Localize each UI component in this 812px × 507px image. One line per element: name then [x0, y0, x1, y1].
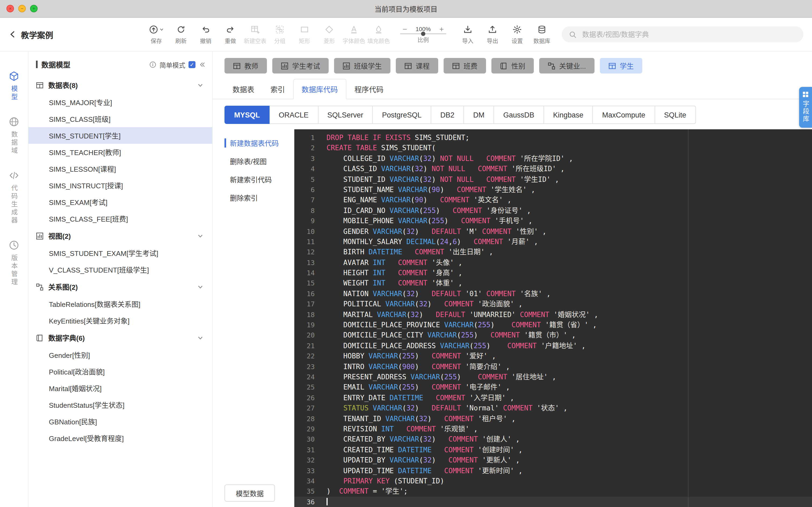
- tree-item[interactable]: Marital[婚姻状况]: [29, 380, 212, 396]
- tool-export[interactable]: 导出: [480, 24, 505, 44]
- dialect-tab-postgresql[interactable]: PostgreSQL: [373, 106, 431, 124]
- code-nav-item[interactable]: 新建索引代码: [224, 171, 294, 188]
- model-data-button[interactable]: 模型数据: [224, 485, 275, 502]
- editor-code[interactable]: DROP TABLE IF EXISTS SIMS_STUDENT;CREATE…: [322, 129, 812, 507]
- tree-item[interactable]: KeyEntities[关键业务对象]: [29, 312, 212, 329]
- tree-item[interactable]: Political[政治面貌]: [29, 363, 212, 380]
- code-line[interactable]: COLLEGE_ID VARCHAR(32) NOT NULL COMMENT …: [322, 154, 812, 164]
- tree-section-header[interactable]: 关系图(2): [29, 278, 212, 296]
- tree-item[interactable]: Gender[性别]: [29, 347, 212, 363]
- code-line[interactable]: EMAIL VARCHAR(255) COMMENT '电子邮件' ,: [322, 382, 812, 393]
- code-line[interactable]: HOBBY VARCHAR(255) COMMENT '爱好' ,: [322, 351, 812, 361]
- tool-settings[interactable]: 设置: [505, 24, 529, 44]
- tree-item[interactable]: V_CLASS_STUDENT[班级学生]: [29, 261, 212, 278]
- code-line[interactable]: UPDATED_BY VARCHAR(32) COMMENT '更新人' ,: [322, 455, 812, 465]
- entity-tab[interactable]: 学生考试: [272, 58, 329, 73]
- code-line[interactable]: WEIGHT INT COMMENT '体重' ,: [322, 278, 812, 289]
- code-line[interactable]: DROP TABLE IF EXISTS SIMS_STUDENT;: [322, 132, 812, 143]
- tree-item[interactable]: SIMS_EXAM[考试]: [29, 194, 212, 210]
- tree-item[interactable]: GBNation[民族]: [29, 413, 212, 430]
- code-line[interactable]: PRESENT_ADDRESS VARCHAR(255) COMMENT '居住…: [322, 372, 812, 382]
- tree-item[interactable]: SIMS_LESSON[课程]: [29, 160, 212, 177]
- dialect-tab-mysql[interactable]: MYSQL: [224, 106, 269, 124]
- entity-tab[interactable]: 班级学生: [334, 58, 391, 73]
- tool-refresh[interactable]: 刷新: [169, 24, 193, 44]
- entity-tab[interactable]: 关键业...: [539, 58, 595, 73]
- dialect-tab-oracle[interactable]: ORACLE: [269, 106, 318, 124]
- tree-section-header[interactable]: 数据表(8): [29, 76, 212, 94]
- code-line[interactable]: CREATED_TIME DATETIME COMMENT '创建时间' ,: [322, 445, 812, 455]
- code-line[interactable]: HEIGHT INT COMMENT '身高' ,: [322, 268, 812, 278]
- tree-item[interactable]: SIMS_CLASS[班级]: [29, 111, 212, 127]
- detail-tab[interactable]: 索引: [262, 79, 293, 99]
- code-line[interactable]: ENG_NAME VARCHAR(90) COMMENT '英文名' ,: [322, 195, 812, 206]
- code-line[interactable]: BIRTH DATETIME COMMENT '出生日期' ,: [322, 247, 812, 258]
- tree-item[interactable]: TableRelations[数据表关系图]: [29, 296, 212, 312]
- tree-item[interactable]: StudentStatus[学生状态]: [29, 396, 212, 413]
- info-icon[interactable]: [149, 61, 156, 68]
- code-line[interactable]: POLITICAL VARCHAR(32) COMMENT '政治面貌' ,: [322, 299, 812, 309]
- search-box[interactable]: [562, 26, 803, 42]
- code-nav-item[interactable]: 删除表/视图: [224, 153, 294, 170]
- code-line[interactable]: CREATE TABLE SIMS_STUDENT(: [322, 143, 812, 154]
- dialect-tab-db2[interactable]: DB2: [431, 106, 464, 124]
- code-line[interactable]: GENDER VARCHAR(32) DEFAULT 'M' COMMENT '…: [322, 226, 812, 237]
- tree-item[interactable]: SMIS_STUDENT_EXAM[学生考试]: [29, 245, 212, 261]
- code-nav-item[interactable]: 新建数据表代码: [224, 135, 294, 151]
- code-line[interactable]: MARITAL VARCHAR(32) DEFAULT 'UNMARRIED' …: [322, 309, 812, 320]
- tree-item[interactable]: GradeLevel[受教育程度]: [29, 430, 212, 446]
- dialect-tab-maxcompute[interactable]: MaxCompute: [593, 106, 655, 124]
- code-line[interactable]: PRIMARY KEY (STUDENT_ID): [322, 476, 812, 486]
- dialect-tab-gaussdb[interactable]: GaussDB: [494, 106, 544, 124]
- entity-tab[interactable]: 班费: [444, 58, 486, 73]
- rail-item-version[interactable]: 版本管理: [9, 240, 19, 286]
- zoom-slider[interactable]: [400, 33, 446, 34]
- code-line[interactable]: DOMICILE_PLACE_CITY VARCHAR(255) COMMENT…: [322, 330, 812, 341]
- code-line[interactable]: INTRO VARCHAR(900) COMMENT '简要介绍' ,: [322, 361, 812, 372]
- dialect-tab-sqlserver[interactable]: SQLServer: [318, 106, 373, 124]
- code-line[interactable]: ENTRY_DATE DATETIME COMMENT '入学日期' ,: [322, 393, 812, 403]
- rail-item-model[interactable]: 模型: [9, 71, 19, 101]
- tool-save[interactable]: 保存: [144, 24, 169, 44]
- code-nav-item[interactable]: 删除索引: [224, 189, 294, 206]
- detail-tab[interactable]: 程序代码: [346, 79, 392, 99]
- rail-item-codegen[interactable]: 代码生成器: [9, 170, 19, 225]
- back-icon[interactable]: [9, 30, 17, 39]
- entity-tab[interactable]: 性别: [491, 58, 534, 73]
- tool-database[interactable]: 数据库: [529, 24, 554, 44]
- code-line[interactable]: UPDATED_TIME DATETIME COMMENT '更新时间' ,: [322, 465, 812, 476]
- code-line[interactable]: ID_CARD_NO VARCHAR(255) COMMENT '身份证号' ,: [322, 205, 812, 216]
- code-line[interactable]: TENANT_ID VARCHAR(32) COMMENT '租户号' ,: [322, 413, 812, 424]
- code-line[interactable]: MONTHLY_SALARY DECIMAL(24,6) COMMENT '月薪…: [322, 237, 812, 247]
- entity-tab[interactable]: 教师: [224, 58, 267, 73]
- code-line[interactable]: CLASS_ID VARCHAR(32) NOT NULL COMMENT '所…: [322, 164, 812, 174]
- code-line[interactable]: DOMICILE_PLACE_PROVINCE VARCHAR(255) COM…: [322, 320, 812, 330]
- tree-item[interactable]: SIMS_STUDENT[学生]: [29, 127, 212, 144]
- code-line[interactable]: STUDENT_ID VARCHAR(32) NOT NULL COMMENT …: [322, 174, 812, 184]
- detail-tab[interactable]: 数据表: [224, 79, 262, 99]
- code-line[interactable]: AVATAR INT COMMENT '头像' ,: [322, 257, 812, 268]
- tree-item[interactable]: SIMS_MAJOR[专业]: [29, 94, 212, 111]
- zoom-in-button[interactable]: +: [439, 25, 444, 32]
- tree-section-header[interactable]: 视图(2): [29, 227, 212, 245]
- code-line[interactable]: ) COMMENT = '学生';: [322, 486, 812, 497]
- simple-mode-checkbox[interactable]: ✓: [189, 61, 196, 68]
- code-line[interactable]: REVISION INT COMMENT '乐观锁' ,: [322, 424, 812, 434]
- zoom-out-button[interactable]: −: [403, 25, 407, 32]
- tree-item[interactable]: SIMS_INSTRUCT[授课]: [29, 177, 212, 194]
- code-line[interactable]: STATUS VARCHAR(32) DEFAULT 'Normal' COMM…: [322, 403, 812, 413]
- code-line[interactable]: DOMICILE_PLACE_ADDRESS VARCHAR(255) COMM…: [322, 341, 812, 351]
- zoom-slider-knob[interactable]: [421, 32, 425, 36]
- rail-item-domain[interactable]: 数据域: [9, 116, 19, 155]
- code-line[interactable]: STUDENT_NAME VARCHAR(90) COMMENT '学生姓名' …: [322, 184, 812, 195]
- search-input[interactable]: [581, 30, 797, 39]
- collapse-sidebar-icon[interactable]: [199, 61, 206, 68]
- field-library-tab[interactable]: 字段库: [799, 87, 812, 128]
- tree-item[interactable]: SIMS_TEACHER[教师]: [29, 144, 212, 160]
- entity-tab[interactable]: 课程: [396, 58, 438, 73]
- code-line[interactable]: [322, 497, 812, 507]
- detail-tab[interactable]: 数据库代码: [293, 79, 346, 99]
- code-line[interactable]: CREATED_BY VARCHAR(32) COMMENT '创建人' ,: [322, 434, 812, 445]
- dialect-tab-sqlite[interactable]: SQLite: [655, 106, 696, 124]
- dialect-tab-kingbase[interactable]: Kingbase: [544, 106, 593, 124]
